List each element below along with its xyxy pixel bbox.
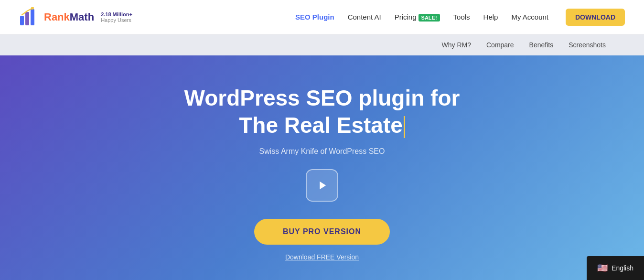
secondary-nav-compare[interactable]: Compare (486, 41, 514, 49)
secondary-nav: Why RM? Compare Benefits Screenshots (0, 34, 644, 55)
nav-my-account[interactable]: My Account (511, 13, 548, 21)
millions-label: 2.18 Million+ (101, 11, 132, 17)
nav-help[interactable]: Help (483, 13, 498, 21)
logo-tagline: 2.18 Million+ Happy Users (101, 11, 132, 23)
nav-content-ai[interactable]: Content AI (348, 13, 381, 21)
hero-subtitle: Swiss Army Knife of WordPress SEO (259, 147, 385, 156)
secondary-nav-benefits[interactable]: Benefits (529, 41, 554, 49)
language-bar[interactable]: 🇺🇸 English (587, 256, 644, 280)
hero-title-line1: WordPress SEO plugin for (184, 86, 460, 110)
logo-link[interactable]: RankMath 2.18 Million+ Happy Users (19, 7, 132, 27)
hero-section: WordPress SEO plugin for The Real Estate… (0, 55, 644, 280)
svg-rect-2 (31, 9, 34, 25)
secondary-nav-screenshots[interactable]: Screenshots (569, 41, 606, 49)
happy-label: Happy Users (101, 17, 132, 23)
nav-pricing[interactable]: PricingSALE! (395, 13, 440, 21)
download-button[interactable]: DOWNLOAD (566, 9, 625, 26)
text-cursor (404, 116, 405, 138)
buy-pro-button[interactable]: BUY PRO VERSION (254, 219, 390, 245)
logo-icon (19, 7, 39, 27)
download-free-link[interactable]: Download FREE Version (285, 253, 359, 261)
nav-links: SEO Plugin Content AI PricingSALE! Tools… (295, 9, 625, 26)
hero-title-line2: The Real Estate (239, 113, 403, 138)
secondary-nav-why-rm[interactable]: Why RM? (442, 41, 471, 49)
svg-rect-0 (20, 16, 24, 25)
svg-rect-1 (25, 12, 29, 25)
language-flag: 🇺🇸 (597, 263, 608, 273)
top-nav: RankMath 2.18 Million+ Happy Users SEO P… (0, 0, 644, 34)
nav-tools[interactable]: Tools (453, 13, 470, 21)
play-icon (315, 179, 329, 192)
logo-text: RankMath (44, 11, 94, 23)
nav-seo-plugin[interactable]: SEO Plugin (295, 13, 334, 21)
play-button[interactable] (306, 169, 338, 202)
language-label: English (612, 264, 633, 272)
hero-title: WordPress SEO plugin for The Real Estate (184, 85, 460, 140)
sale-badge: SALE! (419, 14, 440, 22)
